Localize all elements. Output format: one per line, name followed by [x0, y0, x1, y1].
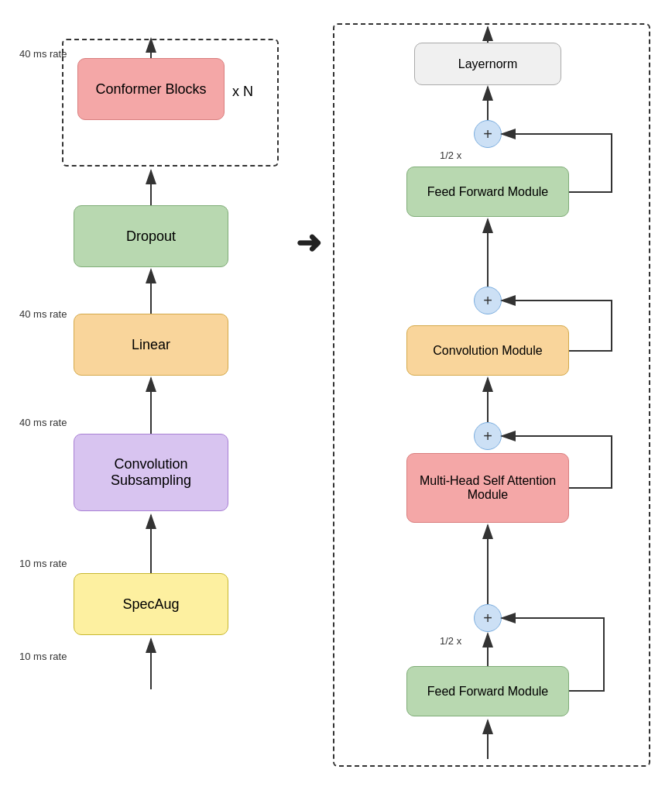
left-panel: 40 ms rate 40 ms rate 40 ms rate 10 ms r… [15, 15, 302, 775]
layernorm-block: Layernorm [414, 43, 561, 85]
ffm-bot-block: Feed Forward Module [406, 666, 569, 716]
conformer-block: Conformer Blocks [77, 58, 225, 120]
plus-circle-1: + [474, 120, 502, 148]
rate-label-10-1: 10 ms rate [19, 558, 67, 569]
rate-label-40-2: 40 ms rate [19, 417, 67, 428]
specaug-block: SpecAug [74, 573, 228, 635]
rate-label-top: 40 ms rate [19, 48, 67, 60]
xn-label: x N [232, 84, 253, 100]
half-label-top: 1/2 x [440, 149, 461, 161]
half-label-bot: 1/2 x [440, 635, 461, 647]
right-panel: Layernorm + 1/2 x Feed Forward Module + … [325, 15, 658, 775]
rate-label-10-2: 10 ms rate [19, 651, 67, 662]
ffm-top-block: Feed Forward Module [406, 167, 569, 217]
plus-circle-3: + [474, 422, 502, 450]
plus-circle-4: + [474, 604, 502, 632]
linear-block: Linear [74, 314, 228, 376]
conv-mod-block: Convolution Module [406, 325, 569, 376]
dropout-block: Dropout [74, 205, 228, 267]
rate-label-40-1: 40 ms rate [19, 308, 67, 320]
diagram: ➜ 40 ms rate 40 ms rate 40 ms rate 10 ms… [0, 0, 672, 790]
mhsa-block: Multi-Head Self Attention Module [406, 453, 569, 523]
plus-circle-2: + [474, 287, 502, 314]
conv-sub-block: Convolution Subsampling [74, 434, 228, 511]
